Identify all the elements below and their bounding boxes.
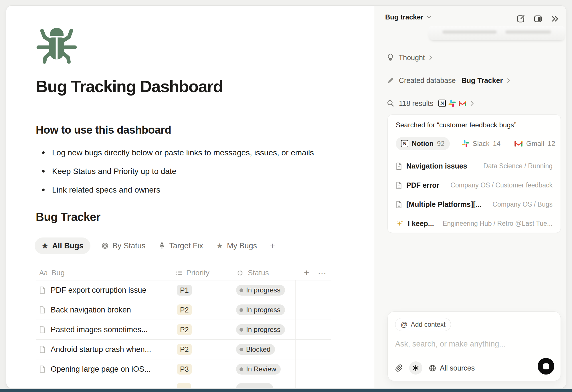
agent-activity-list: Thought Created database Bug Tracker (387, 51, 559, 120)
view-tab-by-status[interactable]: By Status (99, 237, 148, 254)
globe-icon (429, 364, 436, 372)
activity-label: Created database (399, 76, 456, 85)
source-tab-notion[interactable]: N Notion 92 (396, 137, 450, 150)
view-tab-target-fix[interactable]: Target Fix (156, 237, 205, 254)
column-header-status[interactable]: Status (232, 268, 295, 277)
status-label: In progress (246, 326, 280, 334)
panel-title-dropdown[interactable]: Bug tracker (385, 13, 432, 21)
search-result-row[interactable]: Navigation issues Data Science / Running (396, 157, 553, 176)
status-pill: In progress (236, 285, 285, 296)
search-result-row[interactable]: I keep... Engineering Hub / Retro @Last … (396, 214, 553, 233)
result-title: I keep... (408, 219, 434, 228)
source-tab-gmail[interactable]: Gmail 12 (512, 137, 557, 150)
table-row[interactable]: Pasted images sometimes... P2 In progres… (36, 320, 331, 340)
activity-thought[interactable]: Thought (387, 51, 559, 64)
view-tab-label: My Bugs (227, 241, 257, 250)
empty-cell (295, 340, 331, 359)
column-header-priority[interactable]: Priority (172, 268, 232, 277)
openai-icon (412, 365, 419, 371)
stop-generating-button[interactable] (538, 358, 554, 375)
all-sources-label: All sources (440, 364, 475, 372)
double-chevron-right-icon (551, 15, 559, 23)
collapse-panel-button[interactable] (551, 14, 560, 23)
status-cell: In progress (232, 280, 295, 300)
add-view-button[interactable]: + (268, 240, 277, 252)
table-more-button[interactable]: ⋯ (318, 268, 327, 278)
bug-title: PDF export corruption issue (51, 286, 147, 295)
view-tab-my-bugs[interactable]: ★ My Bugs (214, 237, 259, 254)
source-name: Slack (473, 140, 490, 148)
result-title: Navigation issues (406, 162, 467, 170)
activity-label: 118 results (399, 99, 433, 108)
bullseye-icon (101, 242, 109, 250)
notion-icon: N (401, 140, 408, 147)
slack-icon (462, 140, 469, 147)
priority-cell: P1 (172, 280, 232, 300)
priority-cell: P2 (172, 320, 232, 339)
bug-cell: Opening large page on iOS... (36, 359, 172, 379)
table-row[interactable]: Opening large page on iOS... P3 In Revie… (36, 359, 331, 379)
database-view-tabs: ★ All Bugs By Status (35, 237, 277, 254)
add-context-button[interactable]: @ Add context (395, 318, 451, 331)
ellipsis-icon: ⋯ (318, 268, 327, 278)
paperclip-icon (395, 364, 403, 372)
column-header-bug[interactable]: Aa Bug (36, 268, 172, 277)
bug-title: Pasted images sometimes... (51, 325, 148, 334)
priority-cell (172, 379, 232, 388)
empty-cell (295, 280, 331, 300)
tracker-heading: Bug Tracker (36, 211, 100, 223)
page-icon (39, 306, 45, 314)
table-row[interactable]: Android startup crash when... P2 Blocked (36, 340, 331, 359)
star-icon: ★ (41, 242, 48, 250)
source-tab-slack[interactable]: Slack 14 (460, 137, 502, 150)
view-tab-label: All Bugs (52, 241, 84, 250)
result-path: Data Science / Running (483, 162, 553, 170)
result-title: [Multiple Platforms][... (406, 200, 482, 209)
priority-pill: P3 (177, 364, 192, 375)
how-to-list: Log new bugs directly below or paste lin… (42, 148, 314, 203)
source-name: Gmail (526, 140, 544, 148)
ghost-text-line (442, 30, 497, 34)
panel-header-actions (516, 14, 560, 23)
chevron-right-icon (430, 56, 432, 60)
table-row[interactable]: PDF export corruption issue P1 In progre… (36, 280, 331, 300)
new-chat-button[interactable] (516, 14, 525, 23)
bug-table: Aa Bug Priority (36, 266, 331, 388)
ghost-text-line (505, 30, 551, 34)
add-column-button[interactable]: + (304, 268, 309, 278)
status-cell: In progress (232, 320, 295, 339)
status-cell: In progress (232, 300, 295, 320)
status-label: In Review (246, 365, 276, 373)
activity-label: Thought (399, 54, 425, 62)
list-icon (176, 270, 182, 275)
search-result-row[interactable]: [Multiple Platforms][... Company OS / Bu… (396, 195, 553, 214)
result-path: Company OS / Bugs (492, 201, 553, 208)
page-icon (39, 326, 45, 333)
status-cell: In Review (232, 359, 295, 379)
search-result-row[interactable]: PDF error Company OS / Customer feedback (396, 176, 553, 195)
table-row[interactable]: Back navigation broken P2 In progress (36, 300, 331, 320)
column-label: Bug (52, 268, 65, 277)
model-selector-button[interactable] (409, 361, 422, 375)
list-item: Keep Status and Priority up to date (42, 166, 314, 176)
bug-cell: PDF export corruption issue (36, 280, 172, 300)
priority-cell: P2 (172, 300, 232, 320)
view-tab-all-bugs[interactable]: ★ All Bugs (35, 237, 90, 254)
scrolled-chip (428, 26, 565, 40)
status-dot (240, 348, 243, 351)
all-sources-button[interactable]: All sources (429, 364, 475, 372)
prompt-input[interactable]: Ask, search, or make anything... (395, 340, 553, 349)
status-pill: In progress (236, 324, 285, 335)
attach-file-button[interactable] (395, 364, 403, 372)
activity-created-database[interactable]: Created database Bug Tracker (387, 74, 559, 87)
gmail-icon (514, 140, 523, 147)
sidebar-toggle-icon[interactable] (533, 14, 543, 23)
bullet-text: Keep Status and Priority up to date (52, 166, 176, 176)
activity-target: Bug Tracker (462, 76, 503, 85)
how-to-heading: How to use this dashboard (36, 124, 171, 136)
bullet-text: Log new bugs directly below or paste lin… (52, 148, 314, 158)
bullet-dot (42, 170, 45, 173)
table-row-partial[interactable] (36, 379, 331, 388)
activity-search-results[interactable]: 118 results N (387, 97, 559, 110)
chevron-down-icon (427, 16, 432, 19)
